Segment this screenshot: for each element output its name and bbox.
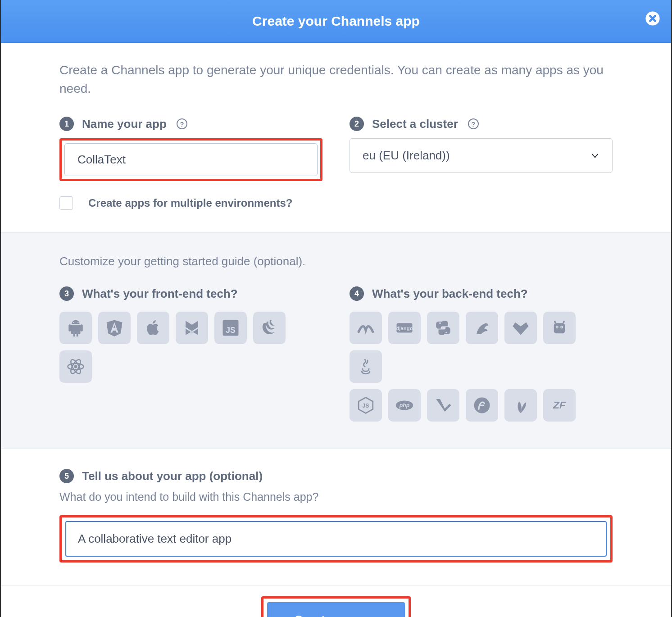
nodejs-icon: JS bbox=[356, 396, 375, 415]
step-3-label: 3 What's your front-end tech? bbox=[59, 286, 322, 301]
intro-text: Create a Channels app to generate your u… bbox=[59, 61, 613, 98]
step-1-num: 1 bbox=[59, 117, 74, 131]
backend-tech-row1: django bbox=[350, 312, 613, 383]
apple-icon bbox=[144, 318, 163, 337]
tech-javascript[interactable]: JS bbox=[214, 312, 247, 344]
angular-icon bbox=[105, 318, 124, 337]
go-icon bbox=[550, 318, 569, 337]
about-input[interactable] bbox=[65, 521, 607, 557]
backend-block: 4 What's your back-end tech? django JS p… bbox=[350, 286, 613, 422]
tech-dragon[interactable] bbox=[466, 312, 498, 344]
dragon-icon bbox=[472, 318, 491, 337]
svg-text:php: php bbox=[399, 403, 410, 409]
modal-footer: Create my app bbox=[1, 585, 671, 617]
step-4-num: 4 bbox=[350, 286, 364, 301]
close-button[interactable] bbox=[645, 11, 660, 26]
multi-env-checkbox[interactable] bbox=[59, 196, 73, 210]
step-5-label: 5 Tell us about your app (optional) bbox=[59, 469, 613, 483]
step-4-text: What's your back-end tech? bbox=[372, 287, 528, 301]
step-3-text: What's your front-end tech? bbox=[82, 287, 238, 301]
frontend-block: 3 What's your front-end tech? JS bbox=[59, 286, 322, 422]
modal-header: Create your Channels app bbox=[1, 0, 671, 43]
tech-apple[interactable] bbox=[137, 312, 169, 344]
multi-env-row: Create apps for multiple environments? bbox=[59, 196, 322, 210]
tech-angular[interactable] bbox=[98, 312, 131, 344]
react-icon bbox=[66, 357, 85, 376]
modal-title: Create your Channels app bbox=[19, 14, 653, 29]
create-app-modal: Create your Channels app Create a Channe… bbox=[0, 0, 672, 617]
svg-text:ZF: ZF bbox=[553, 399, 566, 411]
jquery-icon bbox=[260, 318, 279, 337]
step-1-text: Name your app bbox=[82, 117, 167, 131]
svg-point-14 bbox=[557, 327, 558, 327]
about-highlight bbox=[59, 515, 613, 563]
python-icon bbox=[434, 318, 453, 337]
tech-yii[interactable] bbox=[504, 389, 537, 422]
tech-android[interactable] bbox=[59, 312, 92, 344]
svg-text:django: django bbox=[396, 326, 413, 331]
svg-point-3 bbox=[74, 365, 77, 368]
create-button-highlight: Create my app bbox=[261, 596, 411, 617]
tech-python[interactable] bbox=[427, 312, 459, 344]
app-name-highlight bbox=[59, 138, 322, 181]
help-icon[interactable]: ? bbox=[468, 118, 479, 129]
android-icon bbox=[66, 318, 85, 337]
tech-ruby[interactable] bbox=[504, 312, 537, 344]
close-icon bbox=[645, 11, 660, 26]
dotnet-icon bbox=[356, 318, 375, 337]
django-icon: django bbox=[395, 318, 414, 337]
customize-text: Customize your getting started guide (op… bbox=[59, 254, 613, 268]
tech-backbone[interactable] bbox=[176, 312, 208, 344]
cluster-block: 2 Select a cluster ? eu (EU (Ireland)) bbox=[350, 117, 613, 210]
step-2-num: 2 bbox=[350, 117, 364, 131]
tech-laravel[interactable] bbox=[427, 389, 459, 422]
tech-react[interactable] bbox=[59, 350, 92, 383]
tech-go[interactable] bbox=[543, 312, 576, 344]
javascript-icon: JS bbox=[221, 318, 240, 337]
section-basics: Create a Channels app to generate your u… bbox=[1, 43, 671, 232]
symfony-icon bbox=[472, 396, 491, 415]
section-about: 5 Tell us about your app (optional) What… bbox=[1, 449, 671, 585]
step-4-label: 4 What's your back-end tech? bbox=[350, 286, 613, 301]
tech-symfony[interactable] bbox=[466, 389, 498, 422]
help-icon[interactable]: ? bbox=[177, 118, 187, 129]
step-2-text: Select a cluster bbox=[372, 117, 458, 131]
cluster-select[interactable]: eu (EU (Ireland)) bbox=[350, 138, 613, 173]
step-5-text: Tell us about your app (optional) bbox=[82, 469, 263, 483]
php-icon: php bbox=[395, 396, 414, 415]
cluster-selected-value: eu (EU (Ireland)) bbox=[363, 149, 450, 163]
backend-tech-row2: JS php ZF bbox=[350, 389, 613, 422]
name-app-block: 1 Name your app ? Create apps for multip… bbox=[59, 117, 322, 210]
chevron-down-icon bbox=[590, 151, 599, 160]
section-tech: Customize your getting started guide (op… bbox=[1, 232, 671, 449]
zend-icon: ZF bbox=[550, 396, 569, 415]
yii-icon bbox=[511, 396, 530, 415]
tech-dotnet[interactable] bbox=[350, 312, 382, 344]
laravel-icon bbox=[434, 396, 453, 415]
multi-env-label: Create apps for multiple environments? bbox=[88, 197, 292, 209]
svg-text:JS: JS bbox=[363, 403, 369, 409]
about-question: What do you intend to build with this Ch… bbox=[59, 490, 613, 504]
svg-rect-11 bbox=[554, 323, 565, 334]
svg-text:JS: JS bbox=[226, 326, 235, 335]
step-3-num: 3 bbox=[59, 286, 74, 301]
svg-point-9 bbox=[439, 322, 441, 324]
tech-jquery[interactable] bbox=[253, 312, 286, 344]
svg-point-15 bbox=[561, 327, 562, 327]
app-name-input[interactable] bbox=[64, 143, 318, 176]
tech-zend[interactable]: ZF bbox=[543, 389, 576, 422]
ruby-icon bbox=[511, 318, 530, 337]
step-2-label: 2 Select a cluster ? bbox=[350, 117, 613, 131]
tech-nodejs[interactable]: JS bbox=[350, 389, 382, 422]
java-icon bbox=[356, 357, 375, 376]
tech-django[interactable]: django bbox=[388, 312, 421, 344]
tech-php[interactable]: php bbox=[388, 389, 421, 422]
create-app-button[interactable]: Create my app bbox=[267, 602, 405, 617]
step-1-label: 1 Name your app ? bbox=[59, 117, 322, 131]
svg-point-10 bbox=[445, 332, 447, 334]
backbone-icon bbox=[182, 318, 201, 337]
tech-java[interactable] bbox=[350, 350, 382, 383]
step-5-num: 5 bbox=[59, 469, 74, 483]
frontend-tech-row: JS bbox=[59, 312, 322, 383]
